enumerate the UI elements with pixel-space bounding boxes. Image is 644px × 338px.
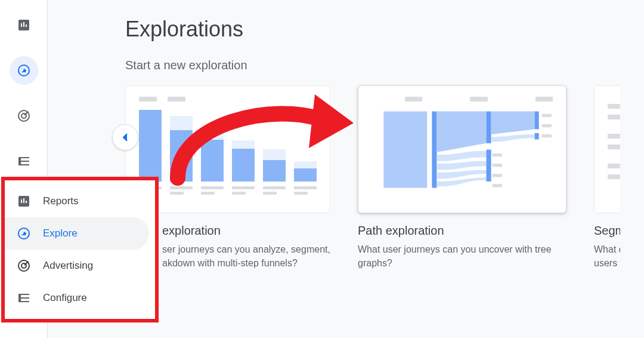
reports-icon (17, 18, 31, 32)
page-title: Explorations (125, 17, 620, 42)
card-desc: What user journeys can you uncover with … (358, 242, 566, 270)
svg-rect-3 (432, 112, 436, 188)
nav-popup-label: Advertising (43, 260, 93, 272)
svg-rect-12 (493, 164, 502, 167)
card-preview (358, 85, 566, 213)
card-title: Path exploration (358, 224, 566, 238)
svg-rect-9 (542, 124, 552, 127)
nav-popup-explore[interactable]: Explore (5, 217, 149, 250)
nav-rail-reports[interactable] (10, 11, 38, 39)
svg-rect-6 (535, 112, 539, 130)
card-title: Segment o (594, 224, 620, 238)
card-segment-overlap[interactable]: Segment o What do int users tell yo (594, 85, 620, 270)
nav-popup-annotated: Reports Explore Advertising Configure (1, 177, 159, 322)
card-desc: What do int users tell yo (594, 242, 620, 270)
explore-icon (17, 63, 31, 78)
chevron-left-icon (118, 130, 132, 145)
svg-rect-8 (542, 114, 552, 117)
nav-rail-configure[interactable] (10, 147, 38, 176)
nav-rail-explore[interactable] (10, 56, 38, 85)
page-subtitle: Start a new exploration (125, 59, 620, 72)
card-path-exploration[interactable]: Path exploration What user journeys can … (358, 85, 566, 270)
reports-icon (17, 194, 31, 208)
nav-popup-label: Explore (43, 228, 78, 239)
advertising-icon (17, 259, 31, 273)
card-preview (594, 85, 620, 213)
nav-rail-advertising[interactable] (10, 102, 38, 130)
svg-rect-14 (493, 184, 502, 187)
svg-rect-4 (487, 112, 491, 143)
svg-rect-2 (383, 112, 427, 188)
svg-rect-11 (493, 153, 502, 156)
nav-popup-reports[interactable]: Reports (5, 185, 155, 217)
explore-icon (17, 226, 31, 241)
nav-popup-label: Reports (43, 195, 79, 207)
advertising-icon (17, 109, 31, 123)
nav-popup-label: Configure (43, 292, 87, 304)
configure-icon (17, 291, 31, 305)
nav-popup-advertising[interactable]: Advertising (5, 250, 155, 282)
nav-popup-configure[interactable]: Configure (5, 282, 155, 314)
template-cards: exploration ser journeys can you analyze… (125, 85, 620, 270)
scroll-back-button[interactable] (112, 124, 138, 150)
svg-rect-10 (542, 134, 552, 137)
svg-rect-5 (487, 150, 491, 182)
configure-icon (17, 154, 31, 168)
svg-rect-13 (493, 174, 502, 177)
svg-rect-7 (535, 133, 539, 140)
